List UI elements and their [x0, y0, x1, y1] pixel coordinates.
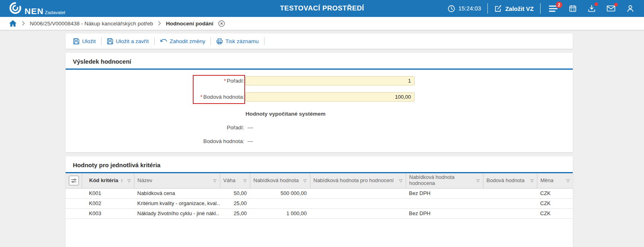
column-header-nab_hodnota[interactable]: Nabídková hodnota▽	[250, 173, 310, 188]
chevron-right-icon	[22, 21, 25, 26]
computed-row-poradi: Pořadí: —	[66, 124, 573, 131]
breadcrumb-item-current: Hodnocení podání	[166, 21, 213, 27]
close-tab-button[interactable]	[218, 20, 225, 27]
cell-nab_pro_hodnoceni	[310, 198, 406, 208]
required-marker: *	[200, 94, 202, 100]
table-row[interactable]: K002Kritérium kvality - organizace, kval…	[66, 198, 573, 208]
cell-nab_hodnocena: Bez DPH	[406, 208, 483, 218]
computed-poradi-value: —	[248, 125, 253, 131]
criteria-section: Hodnoty pro jednotlivá kritéria	[66, 156, 573, 247]
cell-mena: CZK	[537, 188, 573, 198]
breadcrumb: N006/25/V00008438 - Nákup kancelářských …	[0, 17, 644, 30]
toolbar-divider	[264, 37, 264, 45]
table-row[interactable]: K001Nabídková cena50,00500 000,00Bez DPH…	[66, 188, 573, 198]
record-toolbar: Uložit Uložit a zavřít	[66, 33, 573, 49]
cell-kod: K001	[82, 188, 134, 198]
cell-kod: K002	[82, 198, 134, 208]
header-divider	[540, 3, 541, 14]
column-label: Kód kritéria ↑	[89, 178, 123, 184]
result-section-title: Výsledek hodnocení	[66, 53, 573, 68]
poradi-label: *Pořadí:	[66, 78, 244, 84]
envelope-icon	[607, 5, 615, 12]
table-header-row: Kód kritéria ↑▽Název▽Váha▽Nabídková hodn…	[66, 173, 573, 188]
column-label: Bodová hodnota	[487, 178, 525, 184]
save-and-close-button[interactable]: Uložit a zavřít	[107, 38, 149, 45]
clock-icon	[448, 5, 455, 12]
result-section: Výsledek hodnocení *Pořadí: *Bodová hodn…	[66, 53, 573, 152]
filter-icon[interactable]: ▽	[213, 179, 217, 183]
menu-badge: 2	[556, 2, 562, 8]
filter-icon[interactable]: ▽	[477, 179, 480, 183]
page-content: Uložit Uložit a zavřít	[0, 30, 644, 247]
table-row[interactable]: K003Náklady životního cyklu - jiné nákl……	[66, 208, 573, 218]
system-values-heading: Hodnoty vypočítané systémem	[246, 111, 573, 117]
cell-nazev: Nabídková cena	[134, 188, 220, 198]
computed-bodova-value: —	[248, 138, 253, 144]
computed-row-bodova-hodnota: Bodová hodnota: —	[66, 138, 573, 144]
messages-alert-dot	[614, 3, 618, 6]
menu-button[interactable]: 2	[549, 5, 558, 12]
cell-bodova	[483, 198, 537, 208]
print-record-button[interactable]: Tisk záznamu	[216, 38, 259, 45]
cell-nab_pro_hodnoceni	[310, 188, 406, 198]
nen-logo[interactable]: NEN Zadavatel	[6, 2, 65, 15]
header-divider	[487, 3, 488, 14]
filter-icon[interactable]: ▽	[303, 179, 307, 183]
column-header-nab_pro_hodnoceni[interactable]: Nabídková hodnota pro hodnocení▽	[310, 173, 406, 188]
profile-button[interactable]	[626, 4, 634, 12]
column-header-bodova[interactable]: Bodová hodnota▽	[483, 173, 537, 188]
cell-nab_hodnocena: Bez DPH	[406, 188, 483, 198]
poradi-input[interactable]	[246, 76, 415, 85]
filter-icon[interactable]: ▽	[566, 179, 570, 183]
criteria-table-body: K001Nabídková cena50,00500 000,00Bez DPH…	[66, 188, 573, 218]
breadcrumb-item-procurement[interactable]: N006/25/V00008438 - Nákup kancelářských …	[30, 21, 153, 27]
cell-bodova	[483, 208, 537, 218]
column-label: Nabídková hodnota	[254, 178, 299, 184]
save-button[interactable]: Uložit	[73, 38, 96, 45]
messages-button[interactable]	[607, 5, 615, 12]
cell-chooser	[66, 188, 82, 198]
nen-logo-icon	[9, 2, 22, 15]
filter-icon[interactable]: ▽	[244, 179, 247, 183]
create-vz-label: Založit VZ	[505, 5, 534, 12]
bodova-hodnota-label: *Bodová hodnota:	[66, 94, 244, 100]
column-header-mena[interactable]: Měna▽	[537, 173, 573, 188]
required-marker: *	[224, 78, 226, 84]
cell-kod: K003	[82, 208, 134, 218]
brand-name: NEN	[25, 7, 43, 15]
cell-nazev: Náklady životního cyklu - jiné nákl…	[134, 208, 220, 218]
cell-nab_hodnota: 500 000,00	[250, 188, 310, 198]
computed-bodova-label: Bodová hodnota:	[66, 138, 244, 144]
filter-icon[interactable]: ▽	[128, 179, 131, 183]
close-icon	[218, 20, 225, 27]
save-icon	[73, 38, 80, 45]
result-section-body: *Pořadí: *Bodová hodnota: Hodnoty vypočí…	[66, 70, 573, 152]
column-header-vaha[interactable]: Váha▽	[220, 173, 250, 188]
app-root: NEN Zadavatel TESTOVACÍ PROSTŘEDÍ 15:24:…	[0, 0, 644, 247]
computed-poradi-label: Pořadí:	[66, 125, 244, 131]
cell-vaha: 50,00	[220, 188, 250, 198]
calendar-button[interactable]	[569, 4, 577, 12]
bodova-hodnota-input[interactable]	[246, 92, 415, 102]
home-button[interactable]	[9, 20, 17, 27]
discard-undo-icon	[160, 38, 167, 44]
cell-vaha: 25,00	[220, 208, 250, 218]
save-close-icon	[107, 38, 114, 45]
column-chooser-button[interactable]	[69, 176, 79, 185]
filter-icon[interactable]: ▽	[399, 179, 402, 183]
column-header-kod[interactable]: Kód kritéria ↑▽	[82, 173, 134, 188]
downloads-button[interactable]	[588, 4, 596, 12]
person-icon	[626, 4, 634, 12]
discard-changes-button[interactable]: Zahodit změny	[160, 38, 206, 44]
filter-icon[interactable]: ▽	[530, 179, 534, 183]
toolbar-divider	[101, 37, 101, 45]
cell-vaha: 25,00	[220, 198, 250, 208]
header-icon-cluster: 2	[549, 4, 634, 12]
toolbar-divider	[154, 37, 155, 45]
column-header-nazev[interactable]: Název▽	[134, 173, 220, 188]
save-label: Uložit	[82, 38, 96, 44]
top-header-bar: NEN Zadavatel TESTOVACÍ PROSTŘEDÍ 15:24:…	[0, 0, 644, 17]
create-vz-button[interactable]: Založit VZ	[494, 5, 534, 12]
cell-nab_pro_hodnoceni	[310, 208, 406, 218]
column-header-nab_hodnocena[interactable]: Nabídková hodnota hodnocena▽	[406, 173, 483, 188]
